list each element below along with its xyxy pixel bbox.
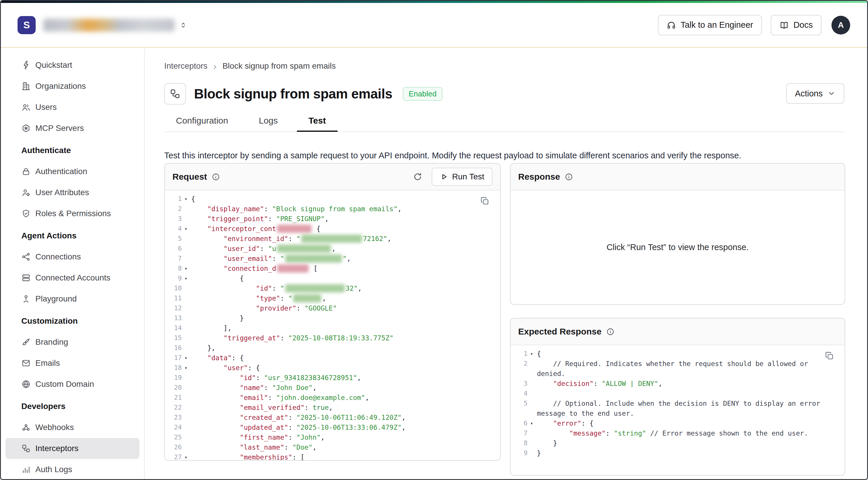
fold-toggle-icon[interactable]: ▾ [182,353,190,363]
sidebar-item-custom-domain[interactable]: Custom Domain [5,374,140,395]
sidebar-section-customization: Customization [5,311,140,331]
code-line: 9} [516,448,845,458]
copy-request-button[interactable] [478,195,491,207]
actions-button[interactable]: Actions [786,83,844,104]
sidebar-item-quickstart[interactable]: Quickstart [5,55,140,76]
code-line[interactable]: 18▾ "user": { [170,363,500,373]
code-line[interactable]: 23 "created_at": "2025-10-06T11:06:49.12… [170,413,500,422]
fold-toggle-icon[interactable]: ▾ [182,452,190,460]
sidebar-section-developers: Developers [5,396,140,417]
code-line[interactable]: 22 "email_verified": true, [170,403,500,413]
code-line[interactable]: 2 "display_name": "Block signup from spa… [170,204,500,214]
code-line[interactable]: 15 "triggered_at": "2025-10-08T18:19:33.… [170,333,500,343]
line-number: 12 [170,303,182,313]
response-panel-header: Response [510,164,845,190]
info-icon[interactable] [606,327,615,336]
line-gutter: 7 [170,254,191,263]
info-icon[interactable] [565,173,573,181]
redacted-value [277,264,309,273]
line-number: 19 [170,373,182,383]
code-line[interactable]: 4▾ "interceptor_cont { [170,224,500,234]
sidebar-item-label: MCP Servers [35,124,84,133]
code-line[interactable]: 11 "type": ", [170,293,500,303]
code-line-content: } [537,448,553,458]
sidebar-item-users[interactable]: Users [5,97,140,118]
code-line[interactable]: 9▾ { [170,274,500,283]
code-line-content: "updated_at": "2025-10-06T13:33:06.479Z"… [191,422,417,433]
fold-toggle-icon[interactable]: ▾ [182,194,190,204]
main-content: Interceptors › Block signup from spam em… [145,48,867,479]
tab-test[interactable]: Test [297,111,338,132]
expected-response-panel: Expected Response 1▾{2 // Required. Indi… [510,318,845,476]
user-avatar[interactable]: A [832,16,850,34]
tab-logs[interactable]: Logs [247,111,289,132]
fold-toggle-icon[interactable]: ▾ [528,349,536,359]
sidebar-item-roles-permissions[interactable]: Roles & Permissions [5,203,140,224]
code-line[interactable]: 26 "last_name": "Doe", [170,442,500,452]
sidebar-item-emails[interactable]: Emails [5,353,140,374]
code-line-content: "email_verified": true, [191,403,345,413]
code-line[interactable]: 5 "environment_id": "72162", [170,234,500,244]
code-line[interactable]: 25 "first_name": "John", [170,433,500,442]
sidebar-item-interceptors[interactable]: Interceptors [5,438,140,459]
code-line[interactable]: 7 "user_email": "", [170,254,500,263]
workspace-logo: S [18,16,36,34]
sidebar-item-connections[interactable]: Connections [5,246,140,267]
org-switcher[interactable] [180,20,187,30]
request-code-editor[interactable]: 1▾{2 "display_name": "Block signup from … [165,190,500,460]
code-line[interactable]: 19 "id": "usr_93418238346728951", [170,373,500,383]
reset-request-button[interactable] [411,170,424,183]
sidebar-item-organizations[interactable]: Organizations [5,76,140,97]
line-number: 8 [516,438,528,448]
code-line[interactable]: 8▾ "connection_d [ [170,263,500,274]
line-gutter: 8▾ [170,263,191,274]
code-line[interactable]: 17▾ "data": { [170,353,500,363]
docs-button[interactable]: Docs [771,15,822,35]
sidebar-item-user-attributes[interactable]: User Attributes [5,182,140,203]
test-description: Test this interceptor by sending a sampl… [164,151,841,160]
sidebar-item-connected-accounts[interactable]: Connected Accounts [5,267,140,288]
code-line[interactable]: 6 "user_id": "u, [170,244,500,254]
sidebar-section-agent-actions: Agent Actions [5,225,140,246]
code-line: 8 } [516,438,845,448]
fold-toggle-icon[interactable]: ▾ [182,274,190,283]
tab-configuration[interactable]: Configuration [164,111,240,132]
org-name-redacted[interactable] [43,19,175,32]
sidebar-item-branding[interactable]: Branding [5,331,140,353]
info-icon[interactable] [212,173,220,181]
code-line[interactable]: 1▾{ [170,194,500,204]
line-gutter: 17▾ [170,353,191,363]
sidebar-item-mcp-servers[interactable]: MCP Servers [5,118,140,139]
line-number: 10 [170,283,182,293]
headphones-icon [666,21,676,30]
code-line[interactable]: 14 ], [170,323,500,333]
code-line[interactable]: 20 "name": "John Doe", [170,383,500,393]
line-gutter: 16 [170,343,191,353]
redacted-value [277,225,312,233]
breadcrumb-parent[interactable]: Interceptors [164,61,208,71]
line-number: 16 [170,343,182,353]
code-line[interactable]: 12 "provider": "GOOGLE" [170,303,500,313]
copy-expected-button[interactable] [823,349,836,362]
fold-toggle-icon[interactable]: ▾ [182,363,190,373]
fold-toggle-icon[interactable]: ▾ [182,263,190,274]
code-line[interactable]: 13 } [170,313,500,323]
line-gutter: 10 [170,283,191,293]
run-test-button[interactable]: Run Test [432,168,492,186]
code-line[interactable]: 21 "email": "john.doe@example.com", [170,393,500,403]
code-line[interactable]: 24 "updated_at": "2025-10-06T13:33:06.47… [170,422,500,433]
sidebar-item-auth-logs[interactable]: Auth Logs [5,459,140,479]
code-line[interactable]: 3 "trigger_point": "PRE_SIGNUP", [170,214,500,224]
sidebar-item-webhooks[interactable]: Webhooks [5,417,140,438]
code-line[interactable]: 27▾ "memberships": [ [170,452,500,460]
code-line: 2 // Required. Indicates whether the req… [516,359,845,379]
sidebar-item-playground[interactable]: Playground [5,288,140,309]
line-gutter: 22 [170,403,191,413]
code-line: 3 "decision": "ALLOW | DENY", [516,379,845,389]
fold-toggle-icon[interactable]: ▾ [182,224,190,234]
code-line[interactable]: 10 "id": "32", [170,283,500,293]
talk-to-engineer-button[interactable]: Talk to an Engineer [658,15,762,35]
fold-toggle-icon[interactable]: ▾ [528,418,536,428]
sidebar-item-authentication[interactable]: Authentication [5,161,140,182]
code-line[interactable]: 16 }, [170,343,500,353]
